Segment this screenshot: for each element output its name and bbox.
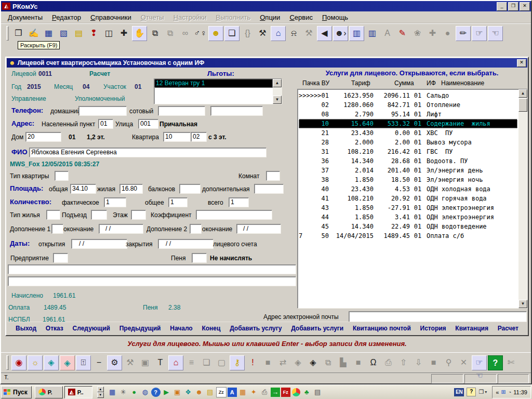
action-button[interactable]: Квитанцию почтой bbox=[353, 325, 411, 332]
scroll-up-icon[interactable]: ▲ bbox=[273, 79, 282, 87]
scroll-down-icon[interactable]: ▼ bbox=[518, 300, 527, 308]
chrome2-icon[interactable]: ◉ bbox=[292, 388, 300, 396]
service-row[interactable]: 381.85018.5001Эл/энергия ночь bbox=[299, 175, 517, 184]
note2-field[interactable] bbox=[8, 276, 296, 286]
service-row[interactable]: 3614.34028.6801Водоотв. ПУ bbox=[299, 156, 517, 166]
services-scrollbar[interactable]: ▲ ▼ bbox=[518, 89, 527, 308]
arrow-up-icon[interactable]: ⇧ bbox=[396, 355, 410, 369]
window-blue-icon[interactable]: ▦ bbox=[107, 387, 118, 397]
arrow-box-icon[interactable]: → bbox=[271, 388, 280, 397]
chart-icon[interactable]: ▙ bbox=[336, 355, 350, 369]
copy-stack2-icon[interactable]: ⧉ bbox=[163, 26, 177, 40]
otkrytiya-field[interactable]: / / bbox=[71, 239, 127, 249]
notepad-icon[interactable]: ▤ bbox=[312, 387, 323, 397]
service-row[interactable]: 31108.210216.4201ГВС ПУ bbox=[299, 147, 517, 156]
alert-doc-icon[interactable]: ❢ bbox=[87, 26, 101, 40]
dop1-field[interactable] bbox=[51, 224, 63, 234]
vsego-field[interactable]: 1 bbox=[229, 197, 249, 207]
taskbar-spinner[interactable]: ▲▼ bbox=[97, 387, 104, 398]
obshchaya-field[interactable]: 34.10 bbox=[70, 184, 96, 194]
frame-icon[interactable]: ▣ bbox=[138, 355, 152, 369]
diamond-icon[interactable]: ◈ bbox=[291, 355, 305, 369]
action-button[interactable]: Начало bbox=[170, 325, 192, 332]
search-doc-icon[interactable]: ⚲ bbox=[442, 355, 456, 369]
service-row[interactable]: 372.014201.4001Эл/энергия день bbox=[299, 166, 517, 175]
stairs-icon[interactable]: ≡ bbox=[184, 355, 198, 369]
toolbar-grip[interactable] bbox=[6, 355, 9, 370]
service-row[interactable]: 441.8503.4101ОДН электроэнергия bbox=[299, 212, 517, 222]
omega-icon[interactable]: Ω bbox=[366, 355, 380, 369]
dom-field[interactable]: 20 bbox=[25, 132, 61, 142]
binoculars-icon[interactable]: ∞ bbox=[178, 26, 192, 40]
cut-icon[interactable]: ✄ bbox=[504, 355, 518, 369]
service-row[interactable]: 282.0002.0001Вывоз мусора bbox=[299, 138, 517, 147]
tip-kvartiry-field[interactable] bbox=[55, 171, 69, 181]
books2-icon[interactable]: ▥ bbox=[365, 26, 379, 40]
close-x-icon[interactable]: ✕ bbox=[457, 355, 471, 369]
house-icon[interactable]: ⌂ bbox=[168, 355, 183, 370]
tray-chevron-icon[interactable]: « bbox=[496, 389, 499, 395]
action-button[interactable]: Отказ bbox=[46, 325, 63, 332]
form-close-button[interactable]: ✕ bbox=[517, 59, 526, 67]
pipe-wrench-icon[interactable]: ⚙ bbox=[107, 355, 122, 370]
tray-caret-icon[interactable]: ▾ bbox=[485, 390, 487, 394]
page-icon[interactable]: ▢ bbox=[215, 355, 229, 369]
action-button[interactable]: Следующий bbox=[73, 325, 110, 332]
book-icon[interactable]: ❏ bbox=[224, 26, 240, 41]
penya-field[interactable] bbox=[192, 253, 207, 263]
close-button[interactable]: ✕ bbox=[520, 2, 530, 11]
plus2-icon[interactable]: ✚ bbox=[425, 26, 440, 40]
traffic-light-icon[interactable]: ◉ bbox=[11, 355, 26, 370]
restore-tray-icon[interactable]: ❐ bbox=[478, 389, 484, 395]
action-button[interactable]: Добавить услугу bbox=[230, 325, 282, 332]
fox-icon[interactable]: ✦ bbox=[248, 387, 259, 397]
taskbar-task-rkomus[interactable]: ◭ Р.. bbox=[64, 386, 92, 398]
action-button[interactable]: Расчет bbox=[498, 325, 518, 332]
open-book-icon[interactable]: ◫ bbox=[102, 26, 116, 40]
minus-icon[interactable]: − bbox=[92, 355, 106, 369]
service-row[interactable]: 4514.34022.4901ОДН водотведение bbox=[299, 222, 517, 231]
tap-icon[interactable]: ◈ bbox=[44, 355, 59, 370]
circle-icon[interactable]: ● bbox=[441, 26, 455, 40]
block2-icon[interactable]: ■ bbox=[351, 355, 365, 369]
swap-arrows-icon[interactable]: ⇄ bbox=[276, 355, 290, 369]
toolbar-grip[interactable] bbox=[6, 26, 9, 41]
bell-icon[interactable]: ⍾ bbox=[287, 26, 301, 40]
key-icon[interactable]: ⚷ bbox=[230, 355, 245, 370]
action-button[interactable]: Добавить услуги bbox=[291, 325, 343, 332]
kvartira-field[interactable]: 10 bbox=[163, 132, 191, 142]
diamond2-icon[interactable]: ◈ bbox=[306, 355, 320, 369]
plus-icon[interactable]: ✚ bbox=[117, 26, 131, 40]
smiley-icon[interactable]: ☻ bbox=[208, 26, 223, 41]
benefit-item-selected[interactable]: 12 Ветеран тру 1 bbox=[154, 79, 273, 88]
tools-icon[interactable]: ⚒ bbox=[302, 26, 316, 40]
doc2-icon[interactable]: ❏ bbox=[200, 355, 214, 369]
books-icon[interactable]: ▥ bbox=[349, 26, 364, 41]
koefficient-field[interactable] bbox=[196, 210, 272, 220]
letter-a2-icon[interactable]: A bbox=[228, 388, 237, 397]
language-indicator[interactable]: EN bbox=[454, 388, 464, 396]
exclaim-icon[interactable]: ! bbox=[246, 355, 260, 369]
letter-a-icon[interactable]: A bbox=[380, 26, 394, 40]
tray-clock-icon[interactable]: ◔ bbox=[508, 389, 512, 395]
menu-item[interactable]: Справочники bbox=[86, 12, 136, 22]
scroll-thumb[interactable] bbox=[518, 98, 527, 112]
cell-phone-field[interactable] bbox=[158, 106, 205, 116]
notes2-icon[interactable]: ▤ bbox=[205, 387, 216, 397]
globe-icon[interactable]: ◍ bbox=[140, 387, 151, 397]
dopolnitelnaya-field[interactable] bbox=[254, 184, 284, 194]
komnat-field[interactable] bbox=[266, 171, 280, 181]
dop1-date-field[interactable]: / / bbox=[99, 224, 143, 234]
green-ball-icon[interactable]: ● bbox=[129, 387, 140, 397]
service-row[interactable]: 75014/04/20151489.4501Оплата с/б bbox=[299, 231, 517, 241]
menu-item[interactable]: Настройки bbox=[169, 12, 211, 22]
play-icon[interactable]: ▶ bbox=[161, 387, 172, 397]
hand-right-icon[interactable]: ☞ bbox=[472, 26, 487, 41]
menu-item[interactable]: Документы bbox=[3, 12, 47, 22]
bug-icon[interactable]: ✳ bbox=[118, 387, 129, 397]
tray-windows-icon[interactable]: ⊞ bbox=[501, 389, 506, 395]
copy-stack-icon[interactable]: ⧉ bbox=[148, 26, 162, 40]
hand-left-icon[interactable]: ☜ bbox=[488, 26, 503, 41]
menu-item[interactable]: Помощь bbox=[317, 12, 353, 22]
kvartira2-field[interactable]: 02 bbox=[191, 132, 207, 142]
